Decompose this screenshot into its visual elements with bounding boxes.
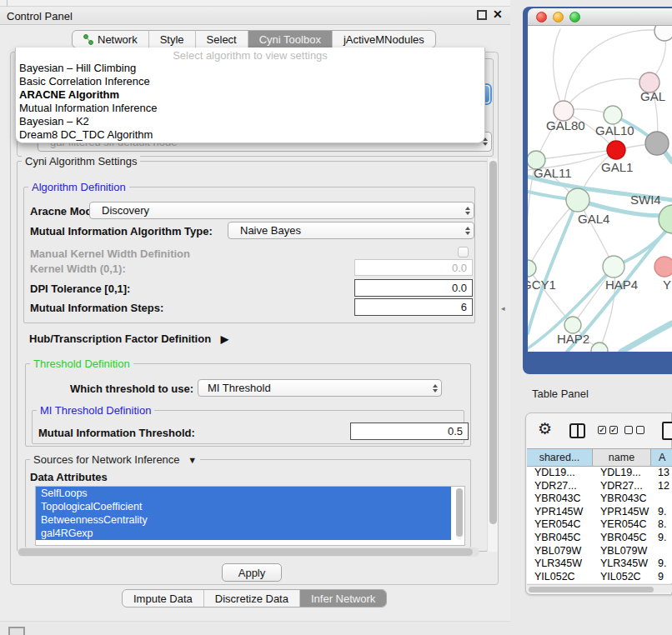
column-header[interactable]: A [651, 449, 672, 466]
select-all-checks-icon[interactable]: ✓✓ [598, 426, 618, 434]
table-hscroll-thumb[interactable] [529, 587, 654, 592]
split-pane-handle-icon[interactable]: ◂ [501, 304, 505, 312]
attribute-item[interactable]: BetweennessCentrality [36, 513, 451, 527]
data-attributes-list[interactable]: SelfLoopsTopologicalCoefficientBetweenne… [35, 486, 465, 546]
hub-definition-expander[interactable]: Hub/Transcription Factor Definition ▶ [29, 332, 228, 345]
network-edge[interactable] [564, 78, 649, 111]
table-row[interactable]: YBR043CYBR043C [527, 492, 672, 506]
combobox-stepper-icon[interactable] [465, 207, 470, 215]
deselect-all-checks-icon[interactable] [624, 426, 644, 434]
network-node-hap4[interactable] [603, 256, 624, 278]
tab-select[interactable]: Select [196, 31, 248, 48]
mi-threshold-field[interactable]: 0.5 [350, 422, 469, 440]
network-node-gcy1[interactable] [528, 260, 536, 277]
tab-jactivemnodules[interactable]: jActiveMNodules [333, 31, 435, 48]
table-row[interactable]: YIL052CYIL052C9 [527, 571, 672, 583]
dropdown-placeholder: Select algorithm to view settings [16, 48, 484, 62]
apply-button[interactable]: Apply [222, 563, 282, 582]
tab-discretize-data[interactable]: Discretize Data [204, 590, 300, 607]
aracne-mode-value: Discovery [90, 204, 149, 217]
node-label: HAP4 [605, 278, 638, 292]
aracne-mode-combobox[interactable]: Discovery [89, 202, 474, 219]
tab-impute-data[interactable]: Impute Data [123, 590, 204, 607]
network-node-gal10[interactable] [604, 106, 622, 124]
expander-down-icon[interactable]: ▼ [188, 455, 197, 465]
network-edge[interactable] [553, 29, 564, 111]
table-row[interactable]: YLR345WYLR345W9. [527, 558, 672, 571]
attribute-item[interactable]: gal4RGexp [36, 527, 451, 540]
network-node-swi4[interactable] [659, 205, 672, 233]
which-threshold-combobox[interactable]: MI Threshold [198, 379, 442, 397]
network-canvas[interactable]: GALGAL80GAL10GAL1GAL11SWI4GAL4HAP4YGCY1H… [528, 26, 672, 352]
tab-label: Infer Network [311, 592, 375, 605]
sources-group-title[interactable]: Sources for Network Inference ▼ [30, 453, 200, 466]
algorithm-option[interactable]: Basic Correlation Inference [16, 75, 484, 88]
table-cell: 8. [651, 518, 672, 532]
algorithm-option[interactable]: Dream8 DC_TDC Algorithm [16, 128, 484, 142]
network-node-gal1[interactable] [607, 141, 625, 159]
settings-horizontal-scrollbar[interactable] [18, 548, 479, 557]
table-row[interactable]: YPR145WYPR145W9. [527, 506, 672, 519]
node-label: GAL11 [534, 166, 572, 180]
node-label: SWI4 [630, 192, 661, 207]
table-cell: YIL052C [527, 571, 593, 583]
minimize-traffic-light-icon[interactable] [553, 12, 564, 22]
settings-vertical-scrollbar[interactable] [487, 158, 498, 552]
algorithm-definition-title: Algorithm Definition [28, 181, 129, 193]
table-row[interactable]: YDR27...YDR27...12 [527, 480, 672, 493]
table-row[interactable]: YBL079WYBL079W [527, 545, 672, 558]
table-horizontal-scrollbar[interactable] [527, 584, 672, 592]
export-table-icon[interactable] [662, 422, 672, 440]
algorithm-option[interactable]: Bayesian – K2 [16, 115, 484, 128]
combobox-stepper-icon[interactable] [465, 227, 470, 235]
tab-style[interactable]: Style [149, 31, 196, 48]
vscroll-thumb[interactable] [489, 161, 497, 524]
algorithm-option[interactable]: ARACNE Algorithm [16, 88, 484, 102]
network-edge-highlighted[interactable] [621, 323, 672, 352]
column-header[interactable]: name [593, 449, 651, 466]
column-header[interactable]: shared... [527, 449, 593, 466]
table-cell: YBR045C [593, 532, 651, 545]
tab-infer-network[interactable]: Infer Network [300, 590, 386, 607]
network-graph[interactable]: GALGAL80GAL10GAL1GAL11SWI4GAL4HAP4YGCY1H… [528, 26, 672, 352]
network-node-y[interactable] [654, 257, 672, 277]
float-panel-icon[interactable] [477, 10, 487, 20]
network-node-gal4[interactable] [566, 188, 589, 212]
mi-steps-field[interactable]: 6 [354, 298, 473, 316]
algorithm-option[interactable]: Mutual Information Inference [16, 102, 484, 115]
attribute-item[interactable]: TopologicalCoefficient [36, 500, 451, 513]
manual-kernel-checkbox[interactable] [458, 247, 469, 258]
network-node-hap2[interactable] [564, 317, 581, 333]
tab-cyni-toolbox[interactable]: Cyni Toolbox [248, 31, 333, 48]
settings-group-title: Cyni Algorithm Settings [22, 155, 140, 168]
network-node[interactable] [645, 132, 669, 155]
sources-title-text: Sources for Network Inference [33, 453, 180, 466]
settings-gear-icon[interactable]: ⚙ [538, 419, 552, 438]
table-row[interactable]: YBR045CYBR045C9. [527, 532, 672, 545]
expander-right-icon[interactable]: ▶ [221, 333, 228, 345]
zoom-traffic-light-icon[interactable] [569, 12, 580, 22]
mi-type-combobox[interactable]: Naive Bayes [228, 222, 474, 239]
close-traffic-light-icon[interactable] [536, 12, 547, 22]
table-row[interactable]: YDL19...YDL19...13 [527, 467, 672, 480]
which-threshold-value: MI Threshold [198, 382, 271, 394]
close-panel-icon[interactable]: ✕ [493, 8, 503, 21]
table-row[interactable]: YER054CYER054C8. [527, 518, 672, 532]
dpi-tolerance-field[interactable]: 0.0 [354, 279, 473, 297]
attributes-scrollbar[interactable] [456, 488, 463, 540]
minimized-panel-icon[interactable] [8, 627, 25, 635]
network-node[interactable] [591, 342, 608, 352]
column-selector-icon[interactable] [569, 423, 585, 438]
network-window-titlebar[interactable] [528, 8, 672, 26]
node-label: GAL1 [601, 160, 633, 174]
tab-network[interactable]: Network [73, 31, 149, 48]
network-node[interactable] [654, 26, 672, 41]
attribute-item[interactable]: SelfLoops [36, 487, 451, 500]
combobox-stepper-icon[interactable] [433, 384, 438, 392]
table-cell: YBR043C [593, 492, 651, 506]
mi-type-value: Naive Bayes [228, 224, 301, 237]
hub-definition-label: Hub/Transcription Factor Definition [29, 332, 211, 345]
hscroll-thumb[interactable] [18, 548, 473, 556]
kernel-width-field[interactable]: 0.0 [354, 259, 473, 276]
algorithm-option[interactable]: Bayesian – Hill Climbing [16, 62, 484, 75]
